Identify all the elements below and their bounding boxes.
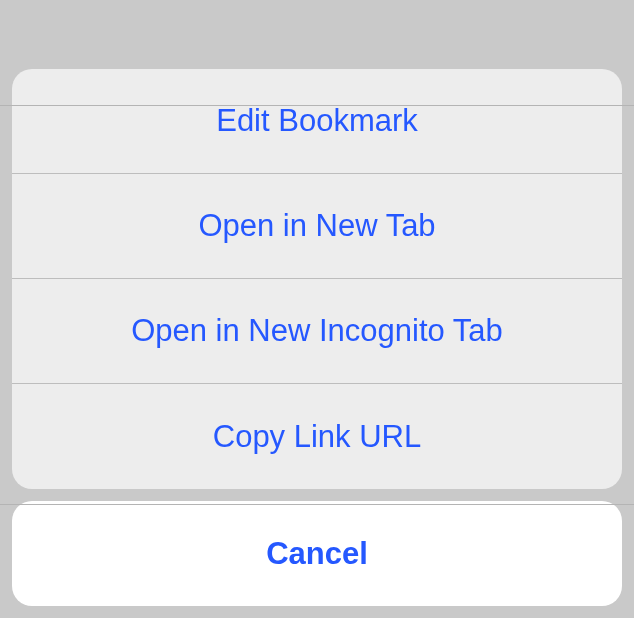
open-new-tab-action[interactable]: Open in New Tab (12, 174, 622, 279)
background-divider (0, 105, 634, 106)
open-incognito-tab-action[interactable]: Open in New Incognito Tab (12, 279, 622, 384)
cancel-group: Cancel (12, 501, 622, 606)
action-sheet-group: Edit Bookmark Open in New Tab Open in Ne… (12, 69, 622, 489)
action-label: Open in New Incognito Tab (131, 313, 503, 349)
cancel-label: Cancel (266, 536, 368, 572)
cancel-button[interactable]: Cancel (12, 501, 622, 606)
action-label: Edit Bookmark (216, 103, 418, 139)
copy-link-url-action[interactable]: Copy Link URL (12, 384, 622, 489)
background-divider (0, 504, 634, 505)
action-label: Open in New Tab (198, 208, 435, 244)
action-label: Copy Link URL (213, 419, 421, 455)
edit-bookmark-action[interactable]: Edit Bookmark (12, 69, 622, 174)
